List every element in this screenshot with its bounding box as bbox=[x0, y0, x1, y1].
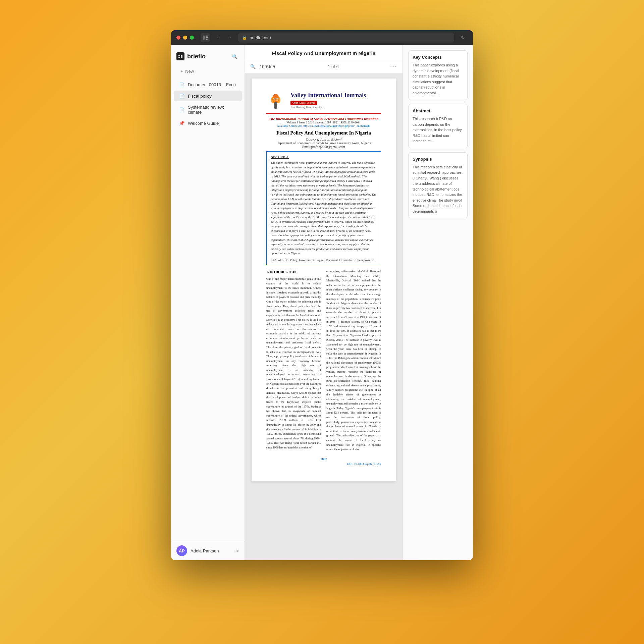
journal-tagline: Your Working View Innovations bbox=[290, 106, 381, 109]
key-concepts-title: Key Concepts bbox=[413, 55, 463, 60]
minimize-button[interactable] bbox=[183, 36, 187, 40]
page-count: 1 of 6 bbox=[280, 64, 386, 69]
open-access-badge: Open Access Journal bbox=[290, 101, 317, 105]
browser-nav: ← → bbox=[214, 33, 234, 42]
logout-button[interactable]: ➜ bbox=[235, 548, 239, 553]
right-col-text: economists, policy makers, the World Ban… bbox=[326, 269, 381, 452]
doc-icon-3: 📄 bbox=[179, 107, 184, 112]
sidebar-item-label: Document 00013 – Econ bbox=[188, 82, 236, 87]
browser-window: ← → 🔒 brieflo.com ↻ bbox=[171, 30, 473, 560]
toolbar-search[interactable]: 🔍 bbox=[250, 64, 256, 69]
abstract-card: Abstract This research b R&D on carbon d… bbox=[408, 104, 468, 148]
journal-logo: VIJ bbox=[266, 92, 285, 111]
journal-name: Valley International Journals bbox=[290, 92, 381, 99]
abstract-text: The paper investigates fiscal policy and… bbox=[271, 161, 376, 255]
document-title: Fiscal Policy And Unemployment In Nigeri… bbox=[252, 50, 396, 56]
two-column-layout: 1. INTRODUCTION One of the major macroec… bbox=[266, 269, 381, 452]
right-column: economists, policy makers, the World Ban… bbox=[326, 269, 381, 452]
right-panel: Key Concepts This paper explores using a… bbox=[402, 45, 473, 560]
sidebar-item-label-4: Welcome Guide bbox=[188, 121, 219, 126]
doi-footer: DOI: 10.18535/ijsshi/v3i2.9 bbox=[266, 462, 381, 466]
left-column: 1. INTRODUCTION One of the major macroec… bbox=[266, 269, 321, 452]
sidebar-item-doc2[interactable]: 📄 Fiscal policy bbox=[174, 91, 242, 101]
browser-controls bbox=[201, 33, 210, 42]
paper-affiliation: Department of Economics, Nnamdi Azikiwe … bbox=[266, 141, 381, 145]
new-label: New bbox=[185, 69, 194, 74]
doc-icon: 📄 bbox=[179, 82, 184, 87]
abstract-card-title: Abstract bbox=[413, 108, 463, 113]
zoom-value: 100% bbox=[260, 64, 271, 69]
key-concepts-card: Key Concepts This paper explores using a… bbox=[408, 50, 468, 100]
sidebar-item-doc4[interactable]: 📌 Welcome Guide bbox=[174, 118, 242, 128]
logo-icon bbox=[176, 52, 184, 60]
abstract-title: ABSTRACT bbox=[271, 154, 377, 159]
keywords: KEY WORDS: Policy, Government, Capital, … bbox=[271, 258, 377, 263]
paper-authors: Obayori, Joseph Bidemi bbox=[266, 137, 381, 141]
doc-header: Fiscal Policy And Unemployment In Nigeri… bbox=[245, 45, 402, 60]
doc-page: VIJ Valley International Journals Open A… bbox=[252, 78, 396, 481]
abstract-box: ABSTRACT The paper investigates fiscal p… bbox=[266, 151, 381, 265]
paper-body: 1. INTRODUCTION One of the major macroec… bbox=[266, 269, 381, 452]
journal-title-block: Valley International Journals Open Acces… bbox=[290, 92, 381, 109]
maximize-button[interactable] bbox=[190, 36, 194, 40]
sidebar-item-doc3[interactable]: 📄 Systematic review: climate bbox=[174, 102, 242, 117]
doc-viewer[interactable]: VIJ Valley International Journals Open A… bbox=[245, 73, 402, 560]
forward-button[interactable]: → bbox=[225, 33, 234, 42]
doi-link: Available Online At: http://valleyintern… bbox=[266, 124, 381, 127]
paper-title: Fiscal Policy And Unemployment In Nigeri… bbox=[266, 130, 381, 136]
sidebar: brieflo 🔍 + New 📄 Document 00013 – Econ … bbox=[171, 45, 245, 560]
browser-titlebar: ← → 🔒 brieflo.com ↻ bbox=[171, 30, 473, 45]
intro-text: One of the major macroeconomic goals in … bbox=[266, 277, 321, 450]
close-button[interactable] bbox=[176, 36, 180, 40]
svg-rect-7 bbox=[274, 102, 277, 109]
svg-rect-1 bbox=[206, 36, 208, 37]
synopsis-card: Synopsis This research sets elasticity o… bbox=[408, 152, 468, 219]
new-button[interactable]: + New bbox=[176, 66, 239, 76]
app-logo: brieflo bbox=[176, 52, 206, 60]
more-options-button[interactable]: ··· bbox=[390, 63, 397, 70]
sidebar-items: 📄 Document 00013 – Econ 📄 Fiscal policy … bbox=[171, 78, 245, 541]
main-content: Fiscal Policy And Unemployment In Nigeri… bbox=[245, 45, 402, 560]
traffic-lights bbox=[176, 36, 194, 40]
sidebar-toggle-button[interactable] bbox=[201, 33, 210, 42]
svg-rect-2 bbox=[206, 37, 208, 38]
paper-email: Email:profobj2000@gmail.com bbox=[266, 145, 381, 149]
section-heading: 1. INTRODUCTION bbox=[266, 269, 321, 275]
journal-full-name: The International Journal of Social Scie… bbox=[266, 117, 381, 121]
logo-text: brieflo bbox=[187, 53, 206, 60]
chevron-down-icon: ▼ bbox=[272, 64, 276, 69]
synopsis-card-title: Synopsis bbox=[413, 157, 463, 162]
pin-icon: 📌 bbox=[179, 121, 184, 126]
lock-icon: 🔒 bbox=[242, 36, 247, 40]
vij-emblem: VIJ bbox=[266, 92, 285, 111]
user-name: Adela Parkson bbox=[191, 548, 232, 553]
svg-rect-0 bbox=[203, 36, 205, 40]
url-text: brieflo.com bbox=[250, 35, 271, 40]
user-avatar: AP bbox=[176, 545, 187, 556]
page-number: 1887 bbox=[266, 457, 381, 461]
search-button[interactable]: 🔍 bbox=[230, 52, 239, 61]
zoom-selector[interactable]: 100% ▼ bbox=[260, 64, 276, 69]
sidebar-item-label-active: Fiscal policy bbox=[188, 94, 212, 99]
svg-rect-3 bbox=[206, 39, 208, 40]
doc-toolbar: 🔍 100% ▼ 1 of 6 ··· bbox=[245, 60, 402, 73]
sidebar-item-doc1[interactable]: 📄 Document 00013 – Econ bbox=[174, 79, 242, 90]
paper-meta: The International Journal of Social Scie… bbox=[266, 117, 381, 127]
abstract-card-text: This research b R&D on carbon depends on… bbox=[413, 116, 463, 144]
doc-icon-active: 📄 bbox=[179, 93, 184, 99]
plus-icon: + bbox=[180, 68, 183, 74]
svg-text:VIJ: VIJ bbox=[273, 98, 278, 101]
search-icon: 🔍 bbox=[250, 64, 256, 69]
key-concepts-text: This paper explores using a dynamic deve… bbox=[413, 62, 463, 96]
volume-info: Volume 3 issue 2 2016 page no.1887–1891 … bbox=[266, 121, 381, 124]
browser-content: brieflo 🔍 + New 📄 Document 00013 – Econ … bbox=[171, 45, 473, 560]
synopsis-card-text: This research sets elasticity of su init… bbox=[413, 164, 463, 214]
sidebar-item-label-3: Systematic review: climate bbox=[188, 105, 236, 115]
refresh-button[interactable]: ↻ bbox=[458, 33, 468, 42]
keywords-text: KEY WORDS: Policy, Government, Capital, … bbox=[271, 258, 374, 262]
sidebar-header: brieflo 🔍 bbox=[171, 45, 245, 64]
address-bar[interactable]: 🔒 brieflo.com bbox=[238, 33, 454, 43]
back-button[interactable]: ← bbox=[214, 33, 223, 42]
sidebar-footer: AP Adela Parkson ➜ bbox=[171, 541, 245, 560]
journal-header: VIJ Valley International Journals Open A… bbox=[266, 92, 381, 114]
